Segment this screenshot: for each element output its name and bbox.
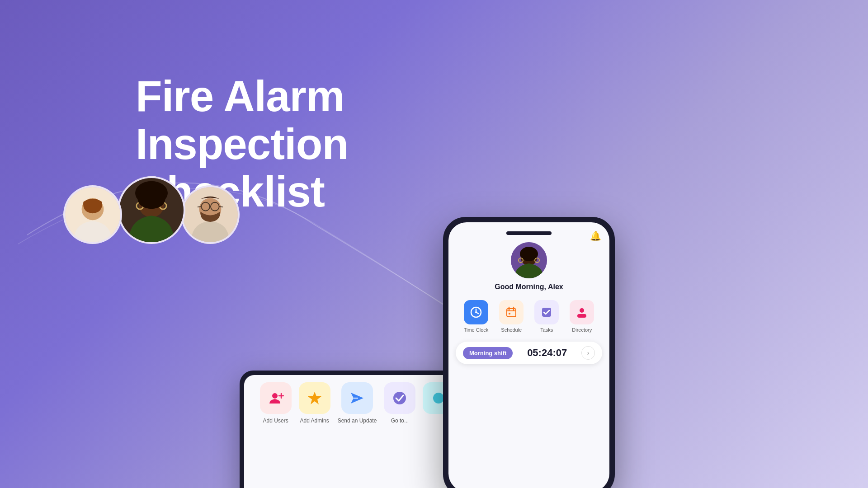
svg-point-26 (475, 311, 477, 313)
title-line1: Fire Alarm Inspection (136, 72, 348, 168)
svg-rect-31 (509, 313, 510, 314)
schedule-icon (499, 300, 524, 324)
phone-icons-row: Time Clock Schedule (464, 300, 594, 333)
shift-time: 05:24:07 (518, 347, 576, 359)
phone-notch (506, 231, 552, 235)
tasks-label: Tasks (540, 327, 553, 333)
phone-icon-tasks[interactable]: Tasks (534, 300, 559, 333)
send-update-icon (341, 382, 373, 414)
avatar-cluster (63, 176, 240, 244)
svg-point-9 (138, 190, 165, 209)
tasks-icon (534, 300, 559, 324)
phone-screen: 🔔 Good Morning, Alex (448, 222, 609, 488)
svg-point-33 (580, 308, 584, 313)
svg-marker-38 (308, 392, 321, 404)
time-clock-label: Time Clock (464, 327, 489, 333)
tablet-icons-row: Add Users Add Admins Send an Update (251, 382, 463, 424)
svg-line-15 (198, 206, 201, 207)
svg-rect-27 (507, 309, 516, 317)
shift-bar: Morning shift 05:24:07 › (456, 342, 602, 364)
add-admins-label: Add Admins (300, 418, 329, 424)
tablet-add-users[interactable]: Add Users (260, 382, 292, 424)
add-users-label: Add Users (263, 418, 288, 424)
directory-icon (570, 300, 594, 324)
phone-icon-time-clock[interactable]: Time Clock (464, 300, 489, 333)
send-update-label: Send an Update (338, 418, 377, 424)
avatar-3 (181, 185, 240, 244)
tablet-send-update[interactable]: Send an Update (338, 382, 377, 424)
go-to-label: Go to... (391, 418, 409, 424)
tablet-go-to[interactable]: Go to... (384, 382, 415, 424)
phone-mock: 🔔 Good Morning, Alex (443, 217, 615, 488)
svg-point-35 (272, 393, 278, 399)
go-to-icon (384, 382, 415, 414)
phone-icon-directory[interactable]: Directory (570, 300, 594, 333)
phone-user-avatar (511, 242, 547, 278)
shift-arrow-button[interactable]: › (581, 346, 595, 360)
svg-point-42 (433, 393, 444, 404)
phone-greeting: Good Morning, Alex (495, 283, 563, 291)
svg-line-17 (219, 206, 223, 207)
tablet-add-admins[interactable]: Add Admins (299, 382, 330, 424)
time-clock-icon (464, 300, 488, 324)
phone-icon-schedule[interactable]: Schedule (499, 300, 524, 333)
add-admins-icon (299, 382, 330, 414)
avatar-1 (63, 185, 122, 244)
tablet-mock: Add Users Add Admins Send an Update (240, 371, 475, 488)
directory-label: Directory (572, 327, 592, 333)
tablet-screen: Add Users Add Admins Send an Update (244, 375, 470, 488)
shift-badge: Morning shift (463, 347, 513, 359)
svg-point-41 (393, 392, 406, 404)
svg-rect-34 (577, 314, 586, 318)
notification-bell-icon[interactable]: 🔔 (590, 230, 601, 241)
avatar-2 (118, 176, 185, 244)
schedule-label: Schedule (501, 327, 522, 333)
add-users-icon (260, 382, 292, 414)
